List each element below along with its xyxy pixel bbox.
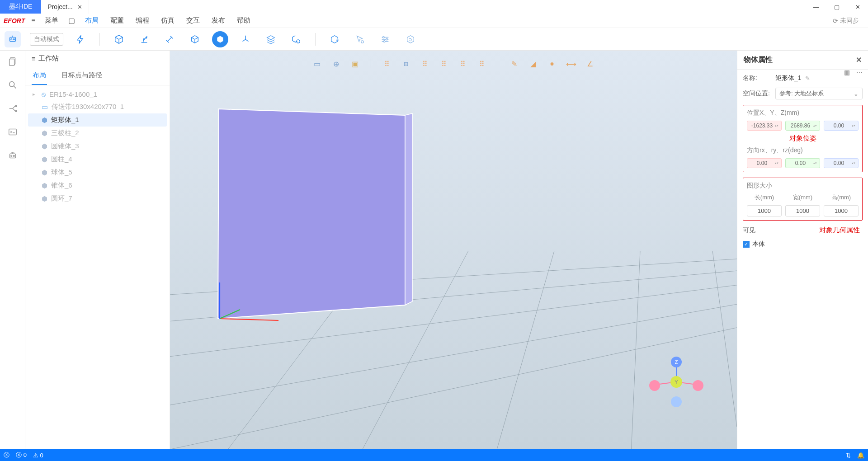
window-close-button[interactable]	[847, 0, 868, 14]
svg-point-8	[386, 38, 388, 40]
vt-select-icon[interactable]: ⧈	[401, 59, 411, 69]
tree-item-cylinder[interactable]: ⬢圆柱_4	[28, 153, 167, 166]
reference-frame-select[interactable]: 参考: 大地坐标系 ⌄	[775, 88, 863, 99]
statusbar: ⓧ ⓧ 0 ⚠ 0 ⇅ 🔔	[0, 449, 868, 461]
svg-point-17	[10, 155, 12, 157]
svg-point-12	[9, 82, 14, 87]
menu-item-config[interactable]: 配置	[106, 14, 128, 27]
properties-panel: 物体属性 ✕ 名称: 矩形体_1 ✎ 空间位置: 参考: 大地坐标系 ⌄ 位置X…	[737, 51, 868, 449]
side-panel: ≡ 工作站 布局 目标点与路径 ▸⎋ER15-4-1600_1 ▭传送带1930…	[25, 51, 170, 449]
svg-rect-11	[9, 59, 14, 66]
side-tab-targets[interactable]: 目标点与路径	[61, 66, 103, 85]
activity-branch-icon[interactable]	[6, 102, 19, 115]
more-icon[interactable]: ⋯	[856, 69, 863, 76]
status-warnings[interactable]: ⚠ 0	[33, 452, 43, 459]
activity-search-icon[interactable]	[6, 79, 19, 91]
tree-item-prism[interactable]: ⬢三棱柱_2	[28, 127, 167, 140]
vt-grid2-icon[interactable]: ⠿	[420, 59, 430, 69]
project-tab[interactable]: Project... ✕	[41, 0, 89, 14]
bolt-button[interactable]	[72, 31, 89, 47]
box-button[interactable]	[111, 31, 127, 47]
window-minimize-button[interactable]	[806, 0, 826, 14]
vt-cube-icon[interactable]: ▣	[350, 59, 360, 69]
menu-item-simulate[interactable]: 仿真	[156, 14, 179, 27]
side-tab-layout[interactable]: 布局	[32, 66, 47, 85]
vt-zoom-icon[interactable]: ⊕	[331, 59, 341, 69]
vt-grid3-icon[interactable]: ⠿	[439, 59, 449, 69]
box-down-button[interactable]	[326, 31, 343, 47]
prop-name-value: 矩形体_1	[775, 74, 802, 82]
panel-layout-icon[interactable]: ▥	[844, 69, 850, 76]
status-signal-icon[interactable]: ⇅	[846, 452, 851, 459]
tree-item-cuboid[interactable]: ⬢矩形体_1	[28, 113, 167, 127]
save-icon[interactable]: ▢	[66, 16, 78, 25]
svg-point-40	[693, 380, 703, 391]
tree-item-cone[interactable]: ⬢圆锥体_3	[28, 140, 167, 153]
menu-item-interact[interactable]: 交互	[182, 14, 204, 27]
pose-annotation: 对象位姿	[747, 134, 859, 143]
sync-status[interactable]: ⟳ 未同步	[833, 17, 864, 25]
svg-point-39	[649, 380, 660, 391]
mode-select[interactable]: 自动模式	[30, 33, 63, 46]
robot-settings-button[interactable]	[5, 31, 21, 47]
height-input[interactable]: 1000	[824, 205, 859, 216]
body-visible-checkbox[interactable]: ✓ 本体	[743, 240, 863, 248]
hamburger-icon[interactable]: ≡	[31, 17, 35, 25]
tools-button[interactable]	[161, 31, 178, 47]
pos-z-input[interactable]: 0.00▴▾	[824, 121, 859, 131]
properties-close-icon[interactable]: ✕	[856, 56, 862, 64]
cube-solid-button[interactable]	[212, 31, 228, 47]
tree-item-robot[interactable]: ▸⎋ER15-4-1600_1	[28, 88, 167, 100]
vt-measure-icon[interactable]: ⟷	[566, 59, 576, 69]
vt-grid1-icon[interactable]: ⠿	[382, 59, 392, 69]
box-gear-button[interactable]	[288, 31, 304, 47]
viewport-toolbar: ▭ ⊕ ▣ ⠿ ⧈ ⠿ ⠿ ⠿ ⠿ ✎ ◢ ● ⟷ ∠	[312, 59, 595, 69]
menu-item-program[interactable]: 编程	[131, 14, 154, 27]
cube-outline-button[interactable]	[187, 31, 203, 47]
tree-item-sphere[interactable]: ⬢球体_5	[28, 166, 167, 179]
vt-erase-icon[interactable]: ◢	[528, 59, 538, 69]
length-input[interactable]: 1000	[747, 205, 782, 216]
box-refresh-button[interactable]	[402, 31, 419, 47]
menu-item-layout[interactable]: 布局	[80, 14, 103, 27]
status-close-icon[interactable]: ⓧ	[4, 451, 9, 459]
sliders-button[interactable]	[377, 31, 393, 47]
vt-rect-icon[interactable]: ▭	[312, 59, 322, 69]
axis-button[interactable]	[237, 31, 254, 47]
activity-bar	[0, 51, 25, 449]
svg-point-1	[11, 38, 12, 40]
vt-dot-icon[interactable]: ●	[547, 59, 557, 69]
activity-terminal-icon[interactable]	[6, 126, 19, 138]
rot-z-input[interactable]: 0.00▴▾	[824, 158, 859, 168]
layers-button[interactable]	[263, 31, 279, 47]
status-errors[interactable]: ⓧ 0	[16, 451, 27, 459]
window-maximize-button[interactable]	[826, 0, 847, 14]
activity-files-icon[interactable]	[6, 55, 19, 68]
tree-item-torus[interactable]: ⬢圆环_7	[28, 192, 167, 205]
menu-item-help[interactable]: 帮助	[232, 14, 255, 27]
vt-angle-icon[interactable]: ∠	[585, 59, 595, 69]
pos-y-input[interactable]: 2689.86▴▾	[785, 121, 820, 131]
menu-item-menu[interactable]: 菜单	[40, 14, 63, 27]
rot-x-input[interactable]: 0.00▴▾	[747, 158, 782, 168]
tree-item-conveyor[interactable]: ▭传送带1930x420x770_1	[28, 100, 167, 113]
rot-y-input[interactable]: 0.00▴▾	[785, 158, 820, 168]
menu-item-publish[interactable]: 发布	[207, 14, 230, 27]
activity-robot-icon[interactable]	[6, 149, 19, 162]
edit-name-icon[interactable]: ✎	[805, 75, 810, 82]
vt-pencil-icon[interactable]: ✎	[509, 59, 519, 69]
robot-arm-button[interactable]	[136, 31, 152, 47]
visible-row: 可见 对象几何属性	[743, 226, 863, 235]
svg-text:Z: Z	[675, 359, 678, 365]
viewport-3d[interactable]: Z Y ▭ ⊕ ▣ ⠿ ⧈ ⠿ ⠿ ⠿ ⠿	[170, 51, 737, 449]
pos-x-input[interactable]: -1623.33▴▾	[747, 121, 782, 131]
vt-grid4-icon[interactable]: ⠿	[458, 59, 468, 69]
vt-grid5-icon[interactable]: ⠿	[477, 59, 487, 69]
width-input[interactable]: 1000	[785, 205, 820, 216]
prop-space-row: 空间位置: 参考: 大地坐标系 ⌄	[743, 88, 863, 99]
status-bell-icon[interactable]: 🔔	[857, 452, 864, 459]
tree-item-pyramid[interactable]: ⬢锥体_6	[28, 179, 167, 192]
close-tab-icon[interactable]: ✕	[77, 4, 82, 10]
pointer-settings-button[interactable]	[352, 31, 368, 47]
app-tab[interactable]: 墨斗IDE	[0, 0, 41, 14]
